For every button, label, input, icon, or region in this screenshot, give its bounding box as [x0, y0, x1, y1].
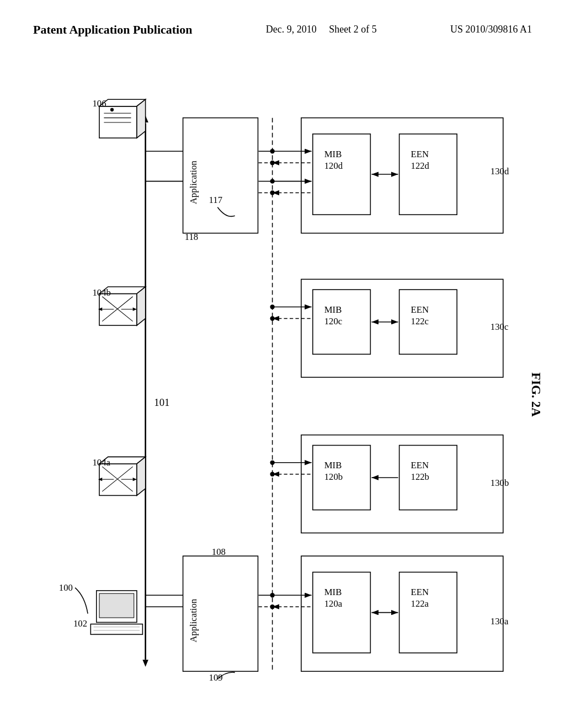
- svg-marker-6: [142, 660, 148, 667]
- label-106: 106: [92, 98, 106, 109]
- een-label-d: EEN: [411, 149, 429, 159]
- label-118: 118: [185, 232, 198, 242]
- label-100: 100: [59, 582, 73, 593]
- patent-diagram: 101 106 104b: [28, 72, 552, 706]
- label-117: 117: [209, 195, 222, 205]
- mib-label-a: MIB: [324, 587, 342, 597]
- label-application-top: Application: [188, 160, 199, 205]
- svg-rect-34: [90, 624, 142, 635]
- svg-marker-25: [137, 457, 146, 495]
- svg-rect-7: [99, 106, 137, 138]
- mib-120a: 120a: [324, 598, 343, 609]
- mib-label-c: MIB: [324, 304, 342, 315]
- een-122b: 122b: [411, 472, 429, 482]
- svg-rect-54: [313, 572, 371, 652]
- mib-120c: 120c: [324, 316, 343, 326]
- header-date-sheet: [278, 22, 287, 33]
- svg-point-70: [270, 304, 274, 309]
- svg-rect-55: [399, 572, 457, 652]
- mib-label-b: MIB: [324, 460, 342, 470]
- label-130a: 130a: [491, 616, 509, 627]
- een-122c: 122c: [411, 316, 429, 326]
- svg-marker-9: [137, 99, 146, 138]
- svg-rect-43: [399, 134, 457, 215]
- label-application-bottom: Application: [188, 598, 199, 643]
- svg-point-72: [270, 316, 274, 320]
- een-122a: 122a: [411, 598, 429, 609]
- device-102: [90, 591, 142, 634]
- een-122d: 122d: [411, 160, 430, 171]
- een-label-b: EEN: [411, 460, 429, 470]
- mib-120d: 120d: [324, 160, 343, 171]
- svg-rect-33: [99, 593, 134, 618]
- label-109: 109: [209, 672, 223, 683]
- label-101: 101: [154, 397, 169, 408]
- svg-marker-16: [137, 287, 146, 325]
- label-108: 108: [212, 547, 226, 557]
- label-130b: 130b: [491, 478, 509, 488]
- een-label-c: EEN: [411, 304, 429, 315]
- label-102: 102: [73, 618, 87, 629]
- een-label-a: EEN: [411, 587, 429, 597]
- label-104a: 104a: [92, 457, 110, 468]
- mib-120b: 120b: [324, 472, 343, 482]
- label-130c: 130c: [491, 322, 509, 332]
- fig-label: FIG. 2A: [529, 372, 543, 417]
- svg-rect-42: [313, 134, 371, 215]
- mib-label-d: MIB: [324, 149, 342, 159]
- label-130d: 130d: [491, 166, 509, 176]
- label-104b: 104b: [92, 287, 110, 298]
- svg-point-13: [110, 108, 114, 111]
- svg-point-76: [270, 472, 274, 477]
- svg-point-74: [270, 461, 274, 465]
- header-bar: [33, 22, 532, 33]
